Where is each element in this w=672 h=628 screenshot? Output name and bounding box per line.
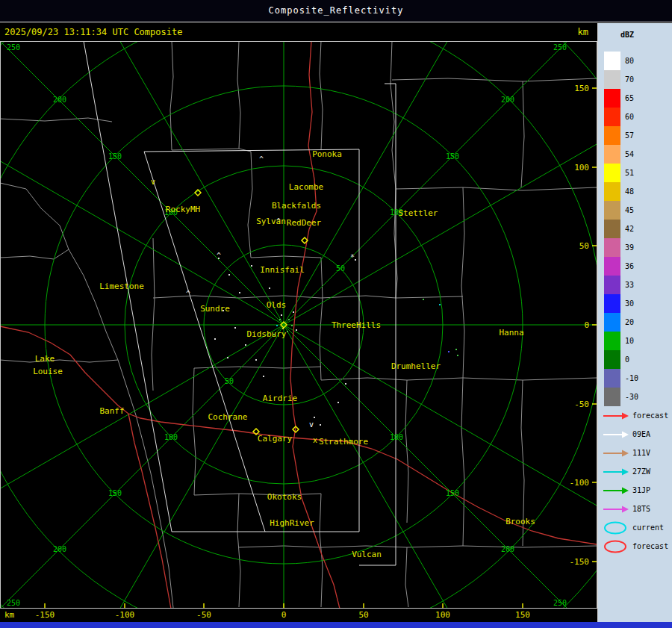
county-boundary [239, 149, 252, 258]
colorbar-levels: 807065605754514845423936333020100-10-30 [598, 52, 672, 406]
colorbar-swatch [604, 332, 620, 350]
colorbar-level: 70 [598, 70, 672, 89]
azimuth-spoke [0, 116, 284, 325]
colorbar-swatch [604, 70, 620, 89]
range-ring-label: 250 [7, 599, 20, 607]
colorbar-level: 60 [598, 108, 672, 126]
city-label: Banff [99, 406, 124, 416]
colorbar-swatch [604, 52, 620, 70]
colorbar-value-label: 45 [625, 201, 634, 220]
legend-label: forecast [632, 542, 668, 550]
colorbar-level: 10 [598, 332, 672, 350]
radar-echo-dot [314, 417, 315, 418]
radar-echo-dot [345, 383, 346, 385]
radar-echo-dot [423, 299, 424, 300]
colorbar-swatch [604, 126, 620, 145]
radar-echo-dot [228, 274, 230, 276]
legend-items: forecast09EA111V27ZW31JP18TScurrentforec… [598, 406, 672, 556]
county-boundary [152, 238, 155, 391]
radar-echo-dot [239, 292, 240, 293]
colorbar-swatch [604, 257, 620, 276]
city-label: ThreeHills [332, 320, 381, 330]
city-label: RockyMH [166, 205, 200, 214]
legend-label: 111V [632, 449, 650, 457]
county-boundary [392, 78, 597, 81]
county-boundary [193, 368, 321, 495]
radar-echo-dot [263, 376, 264, 377]
colorbar-level: 51 [598, 164, 672, 182]
county-boundary [251, 256, 321, 258]
radar-echo-dot [296, 329, 297, 331]
county-boundary [405, 547, 408, 607]
city-label: Blackfalds [272, 201, 321, 211]
radar-echo-dot [287, 331, 288, 332]
colorbar-level: 39 [598, 238, 672, 257]
colorbar-swatch [604, 201, 620, 220]
city-label: Sundre [200, 304, 230, 314]
axis-bottom-label: -150 [35, 610, 55, 620]
radar-echo-dot [281, 314, 282, 316]
radar-echo-dot [276, 325, 278, 326]
range-ring-label: 100 [390, 433, 403, 441]
radar-echo-dot [337, 402, 339, 403]
axis-right-label: 0 [584, 320, 589, 330]
colorbar-value-label: -10 [625, 369, 638, 388]
bottom-scrollbar-strip[interactable] [0, 622, 672, 628]
city-label: Didsbury [247, 329, 287, 339]
colorbar-value-label: 70 [625, 70, 634, 89]
colorbar-swatch [604, 220, 620, 238]
colorbar-value-label: 60 [625, 108, 634, 126]
timestamp-label: 2025/09/23 13:11:34 UTC Composite [4, 27, 182, 37]
radar-echo-dot [227, 357, 228, 358]
axis-bottom-label: 50 [358, 610, 368, 620]
city-label: Strathmore [319, 437, 368, 447]
window-title-bar: Composite_Reflectivity [0, 0, 672, 22]
radar-echo-dot [245, 344, 246, 346]
range-ring-label: 150 [108, 152, 122, 161]
county-boundary [321, 296, 463, 298]
highway-line [128, 414, 171, 609]
radar-echo-dot [455, 349, 457, 350]
colorbar-value-label: 33 [625, 276, 634, 294]
city-label: Olds [267, 300, 287, 310]
colorbar-level: -30 [598, 388, 672, 406]
radar-map-svg[interactable]: vv^^^*x^50100150200250100150200250501001… [0, 41, 597, 609]
county-boundary [320, 41, 323, 150]
city-label: Innisfail [260, 265, 305, 275]
radar-map-viewport[interactable]: vv^^^*x^50100150200250100150200250501001… [0, 41, 597, 609]
colorbar-swatch [604, 238, 620, 257]
county-boundary [170, 41, 173, 150]
city-label: Ponoka [312, 149, 342, 159]
legend-item: 09EA [598, 425, 672, 444]
colorbar-swatch [604, 276, 620, 294]
range-ring-label: 100 [164, 433, 178, 441]
colorbar-value-label: 80 [625, 52, 634, 70]
range-ring-label: 200 [53, 96, 66, 104]
legend-item: 18TS [598, 500, 672, 518]
colorbar-level: 65 [598, 89, 672, 108]
site-09ea-arrow-icon [603, 429, 629, 440]
city-label: Limestone [99, 282, 144, 291]
legend-item: 27ZW [598, 462, 672, 481]
azimuth-spoke [284, 325, 493, 609]
city-label: Hanna [499, 328, 523, 338]
county-boundary [0, 249, 69, 259]
range-ring-label: 250 [553, 599, 567, 607]
axis-bottom-label: 0 [281, 610, 287, 620]
county-boundary [239, 546, 597, 547]
county-boundary [461, 378, 464, 546]
city-label: Sylvan [256, 217, 286, 226]
legend-label: forecast [632, 411, 668, 420]
colorbar-value-label: 30 [625, 294, 634, 313]
county-boundary [0, 360, 118, 362]
radar-echo-dot [234, 327, 236, 329]
colorbar-level: 54 [598, 145, 672, 164]
axis-bottom-label: -50 [196, 610, 211, 620]
colorbar-value-label: 42 [625, 220, 634, 238]
axis-right-label: 50 [579, 241, 589, 251]
colorbar-swatch [604, 108, 620, 126]
axis-bottom-label: 100 [435, 610, 450, 620]
radar-echo-dot [293, 311, 294, 313]
legend-item: current [598, 518, 672, 537]
radar-echo-dot [355, 259, 356, 261]
